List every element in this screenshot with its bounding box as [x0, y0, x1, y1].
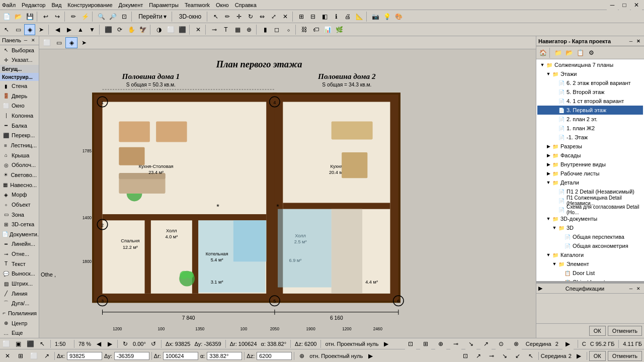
- 3dview-button[interactable]: ⬛: [103, 24, 114, 35]
- fill-button[interactable]: ◻: [271, 24, 282, 35]
- zoom-less-button[interactable]: ◀: [95, 340, 102, 347]
- scale-tool[interactable]: ⤢: [268, 11, 279, 22]
- tree-sections[interactable]: ▶ 📁 Разрезы: [537, 142, 643, 151]
- spec-min[interactable]: ─: [627, 285, 634, 292]
- tree-objinv[interactable]: 📋 Object Inventory: [537, 278, 643, 281]
- panel-text[interactable]: T Текст: [0, 259, 39, 269]
- close-x-button[interactable]: ✕: [280, 11, 291, 22]
- bot-snap2[interactable]: ↗: [473, 350, 484, 361]
- goto-dropdown[interactable]: Перейти▾: [135, 11, 170, 22]
- panel-column[interactable]: ⏐ Колонна: [0, 111, 39, 121]
- menu-document[interactable]: Документ: [119, 2, 143, 8]
- panel-callout[interactable]: 💬 Выноск...: [0, 269, 39, 279]
- bottom-tb1[interactable]: ✕: [2, 350, 13, 361]
- render-button[interactable]: 🎨: [393, 11, 404, 22]
- panel-curtain[interactable]: ▦ Навесно...: [0, 180, 39, 190]
- catalogs-expand[interactable]: ▼: [545, 252, 551, 258]
- ok-button[interactable]: ОК: [589, 326, 606, 336]
- tree-perspective[interactable]: 📄 Общая перспектива: [537, 232, 643, 241]
- pan-button[interactable]: ✋: [126, 24, 137, 35]
- undo-button[interactable]: ↩: [40, 11, 51, 22]
- select-tool[interactable]: ↖: [210, 11, 221, 22]
- tree-doorlist[interactable]: 📋 Door List: [537, 268, 643, 278]
- panel-door[interactable]: 🚪 Дверь: [0, 91, 39, 101]
- tree-area[interactable]: ▼ 📁 Солженицына 7 планы ▼ 📁 Этажи 📄 6. 2…: [536, 59, 644, 281]
- fly-button[interactable]: 🦅: [137, 24, 148, 35]
- details-expand[interactable]: ▼: [545, 179, 551, 186]
- nav-up-button[interactable]: ▲: [75, 24, 86, 35]
- 3d-expand[interactable]: ▼: [551, 225, 557, 231]
- wire-button[interactable]: ⬜: [165, 24, 176, 35]
- move-tool[interactable]: ✛: [233, 11, 245, 22]
- bot-snap1[interactable]: ⊡: [460, 350, 471, 361]
- panel-beam[interactable]: ━ Балка: [0, 121, 39, 131]
- panel-hatch[interactable]: ▨ Штрих...: [0, 279, 39, 289]
- menu-construct[interactable]: Конструирование: [67, 2, 112, 8]
- tree-floor-5[interactable]: 📄 5. Второй этаж: [537, 87, 643, 97]
- mid-button[interactable]: ⊕: [435, 338, 446, 349]
- camera-button[interactable]: 📷: [370, 11, 381, 22]
- tree-floor-2[interactable]: 📄 2. план 2 эт.: [537, 115, 643, 124]
- nav-min-button[interactable]: ─: [627, 38, 634, 45]
- snap5-button[interactable]: ⊡: [405, 338, 416, 349]
- snap6-button[interactable]: ⊞: [420, 338, 431, 349]
- origin-arrow-button[interactable]: ▶: [365, 350, 376, 361]
- snap8-button[interactable]: ↘: [465, 338, 476, 349]
- panel-3dgrid[interactable]: ⊞ 3D-сетка: [0, 219, 39, 229]
- text2-button[interactable]: T: [220, 24, 231, 35]
- box-select-button[interactable]: ▭: [13, 24, 24, 35]
- panel-cursor[interactable]: ✛ Указат...: [0, 55, 39, 65]
- zoom-more-button[interactable]: ▶: [106, 340, 113, 347]
- element-button[interactable]: ⬦: [283, 24, 294, 35]
- project-expand[interactable]: ▼: [539, 62, 545, 68]
- menu-editor[interactable]: Редактор: [22, 2, 45, 8]
- menu-teamwork[interactable]: Teamwork: [185, 2, 210, 8]
- light-button[interactable]: 💡: [381, 11, 392, 22]
- worksheets-expand[interactable]: ▶: [545, 170, 551, 176]
- panel-more[interactable]: … Еще: [0, 328, 39, 338]
- hatch-button[interactable]: ▦: [232, 24, 243, 35]
- panel-selection[interactable]: ↖ Выборка: [0, 45, 39, 55]
- tree-floor-1[interactable]: 📄 1. план Ж2: [537, 124, 643, 133]
- save-button[interactable]: 💾: [24, 11, 35, 22]
- panel-minimize[interactable]: ─: [22, 37, 29, 44]
- menu-file[interactable]: Файл: [2, 2, 16, 8]
- shade-button[interactable]: ◑: [153, 24, 165, 35]
- snap11-button[interactable]: ⊗: [511, 338, 522, 349]
- snap3-button[interactable]: ⬛: [26, 340, 34, 348]
- tree-floor-3[interactable]: 📄 3. Первый этаж: [537, 106, 643, 115]
- interior-expand[interactable]: ▶: [545, 161, 551, 167]
- menu-window[interactable]: Окно: [216, 2, 229, 8]
- select2-button[interactable]: ↖: [1, 24, 12, 35]
- bot-snap6[interactable]: ↖: [525, 350, 536, 361]
- bottom-tb3[interactable]: ⬜: [28, 350, 39, 361]
- canvas-tb-active[interactable]: ◈: [65, 37, 77, 48]
- tree-floors[interactable]: ▼ 📁 Этажи: [537, 69, 643, 78]
- tree-interior[interactable]: ▶ 📁 Внутренние виды: [537, 160, 643, 169]
- menu-help[interactable]: Справка: [235, 2, 257, 8]
- snap7-button[interactable]: ⊸: [450, 338, 461, 349]
- maximize-button[interactable]: □: [619, 0, 630, 11]
- tree-detail-3[interactable]: 📄 Схема для согласования Detail (Но...: [537, 205, 643, 214]
- arrow-select-button[interactable]: ➤: [36, 24, 47, 35]
- snap2-button[interactable]: ▣: [14, 340, 22, 348]
- panel-close[interactable]: ✕: [30, 37, 37, 44]
- zoom-in-button[interactable]: 🔍: [96, 11, 107, 22]
- minimize-button[interactable]: ─: [607, 0, 618, 11]
- snap-button[interactable]: ⊞: [296, 11, 307, 22]
- panel-stair[interactable]: ≡ Лестниц...: [0, 140, 39, 150]
- symbol-button[interactable]: ⊕: [244, 24, 255, 35]
- panel-center[interactable]: ⊕ Центр: [0, 318, 39, 328]
- cancel2-button[interactable]: Отменить: [608, 351, 642, 361]
- close2-button[interactable]: ✕: [193, 24, 204, 35]
- 3d-button[interactable]: 3D-окно: [175, 11, 205, 22]
- origin-mark-icon[interactable]: ⊕: [296, 350, 307, 361]
- snap1-button[interactable]: ⬜: [2, 340, 10, 348]
- 3ddocs-expand[interactable]: ▼: [545, 216, 551, 222]
- panel-slab[interactable]: ⬛ Перекр...: [0, 131, 39, 141]
- tree-facades[interactable]: ▶ 📁 Фасады: [537, 151, 643, 160]
- nav-tb-home[interactable]: 🏠: [537, 47, 548, 58]
- cancel-button[interactable]: Отменить: [608, 326, 642, 336]
- tree-floor-m1[interactable]: 📄 -1. Этаж: [537, 133, 643, 142]
- tree-project[interactable]: ▼ 📁 Солженицына 7 планы: [537, 60, 643, 69]
